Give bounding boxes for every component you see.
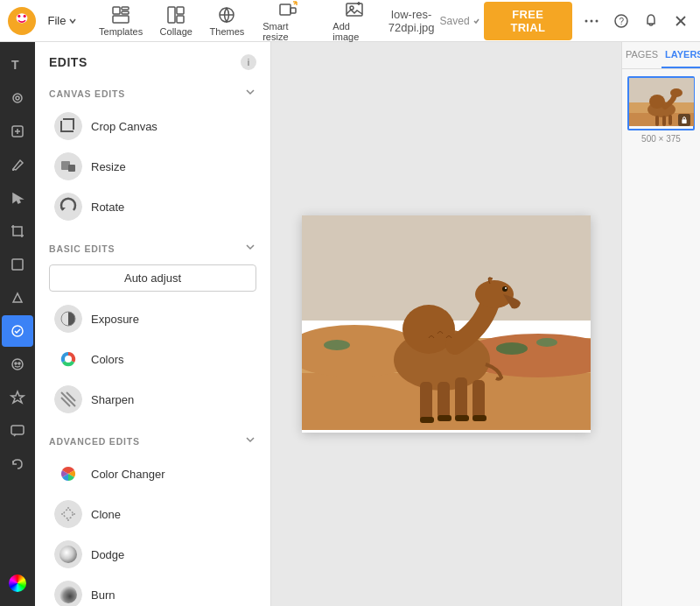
- collage-tool[interactable]: Collage: [152, 2, 200, 40]
- advanced-edits-toggle[interactable]: [244, 433, 256, 448]
- svg-rect-13: [290, 8, 296, 13]
- face-icon[interactable]: [2, 349, 33, 380]
- svg-text:T: T: [11, 58, 19, 72]
- canvas-edits-header: CANVAS EDITS: [35, 79, 270, 106]
- svg-point-47: [54, 500, 82, 528]
- svg-point-54: [60, 546, 77, 563]
- brush-icon[interactable]: [2, 149, 33, 180]
- sticker-icon[interactable]: [2, 382, 33, 413]
- svg-point-17: [591, 19, 593, 22]
- tab-layers[interactable]: LAYERS: [662, 42, 700, 68]
- color-wheel-icon[interactable]: [2, 567, 33, 599]
- burn-item[interactable]: Burn: [40, 574, 265, 606]
- canvas-edits-title: CANVAS EDITS: [49, 88, 125, 99]
- burn-label: Burn: [91, 588, 115, 602]
- burn-icon: [54, 581, 82, 606]
- svg-rect-36: [68, 165, 75, 172]
- svg-rect-8: [168, 7, 175, 23]
- sharpen-icon: [54, 385, 82, 413]
- filename-area: low-res-72dpi.jpg Saved: [388, 8, 480, 34]
- dodge-icon: [54, 540, 82, 568]
- saved-status[interactable]: Saved: [440, 15, 480, 27]
- comment-icon[interactable]: [2, 415, 33, 447]
- svg-point-29: [12, 359, 23, 370]
- rotate-label: Rotate: [91, 201, 124, 214]
- svg-rect-81: [455, 415, 469, 421]
- tab-pages[interactable]: PAGES: [622, 42, 662, 68]
- more-options-icon[interactable]: [579, 9, 604, 33]
- basic-edits-toggle[interactable]: [244, 241, 256, 256]
- exposure-item[interactable]: Exposure: [40, 299, 265, 339]
- svg-rect-92: [682, 119, 686, 123]
- left-toolbar: T: [0, 42, 35, 606]
- paint-icon[interactable]: [2, 116, 33, 147]
- select-icon[interactable]: [2, 182, 33, 214]
- svg-point-74: [505, 287, 507, 289]
- sharpen-item[interactable]: Sharpen: [40, 379, 265, 419]
- svg-point-3: [24, 14, 26, 17]
- notifications-icon[interactable]: [639, 9, 663, 33]
- smart-resize-tool[interactable]: Smart resize: [254, 0, 322, 46]
- canvas-area: [271, 42, 621, 606]
- rotate-icon: [54, 193, 82, 221]
- advanced-edits-header: ADVANCED EDITS: [35, 426, 270, 454]
- svg-point-67: [324, 340, 350, 350]
- main-layout: T: [0, 42, 700, 606]
- themes-label: Themes: [210, 26, 245, 37]
- shape-icon[interactable]: [2, 249, 33, 280]
- help-icon[interactable]: ?: [609, 9, 634, 33]
- colors-item[interactable]: Colors: [40, 339, 265, 379]
- add-image-tool[interactable]: Add image: [324, 0, 385, 46]
- file-menu[interactable]: File: [41, 11, 85, 31]
- svg-point-16: [585, 19, 588, 22]
- undo-icon[interactable]: [2, 448, 33, 480]
- topbar-icon-group: ?: [579, 9, 693, 33]
- crop-icon[interactable]: [2, 215, 33, 247]
- file-label: File: [48, 14, 66, 27]
- rotate-item[interactable]: Rotate: [40, 187, 265, 227]
- svg-rect-62: [302, 215, 591, 321]
- svg-point-24: [13, 94, 22, 102]
- topbar: File Templates Collage: [0, 0, 700, 42]
- canvas-edits-toggle[interactable]: [244, 86, 256, 101]
- svg-rect-76: [438, 382, 450, 419]
- logo[interactable]: [7, 5, 38, 37]
- clone-item[interactable]: Clone: [40, 494, 265, 534]
- svg-rect-12: [280, 4, 290, 15]
- close-icon[interactable]: [668, 9, 693, 33]
- svg-point-69: [496, 342, 528, 355]
- color-changer-item[interactable]: Color Changer: [40, 454, 265, 494]
- exposure-label: Exposure: [91, 313, 139, 326]
- templates-tool[interactable]: Templates: [91, 2, 150, 40]
- effects-icon[interactable]: [2, 282, 33, 314]
- svg-rect-7: [113, 16, 129, 23]
- free-trial-button[interactable]: FREE TRIAL: [484, 2, 572, 40]
- clone-icon: [54, 500, 82, 528]
- resize-item[interactable]: Resize: [40, 146, 265, 187]
- resize-label: Resize: [91, 160, 126, 173]
- edits-icon[interactable]: [2, 315, 33, 347]
- themes-tool[interactable]: Themes: [202, 2, 252, 40]
- svg-rect-32: [11, 426, 24, 434]
- edits-title: EDITS: [49, 55, 88, 69]
- svg-rect-6: [122, 11, 129, 14]
- auto-adjust-button[interactable]: Auto adjust: [49, 264, 256, 292]
- advanced-edits-title: ADVANCED EDITS: [49, 436, 140, 447]
- camel-canvas: [302, 215, 591, 430]
- crop-canvas-item[interactable]: Crop Canvas: [40, 106, 265, 146]
- svg-rect-78: [472, 380, 485, 419]
- text-tool-icon[interactable]: T: [2, 49, 33, 81]
- edits-info-button[interactable]: i: [241, 54, 256, 70]
- svg-text:?: ?: [620, 17, 625, 26]
- thumbnail-box[interactable]: [627, 76, 695, 130]
- smart-resize-label: Smart resize: [262, 21, 313, 42]
- dodge-item[interactable]: Dodge: [40, 534, 265, 574]
- canvas-image-container[interactable]: [302, 215, 591, 433]
- svg-rect-9: [177, 7, 184, 14]
- layers-icon[interactable]: [2, 82, 33, 114]
- svg-point-30: [15, 363, 17, 364]
- svg-point-31: [18, 363, 20, 364]
- svg-rect-82: [472, 415, 486, 421]
- right-panel-tabs: PAGES LAYERS ✕: [622, 42, 700, 69]
- svg-point-37: [54, 193, 82, 221]
